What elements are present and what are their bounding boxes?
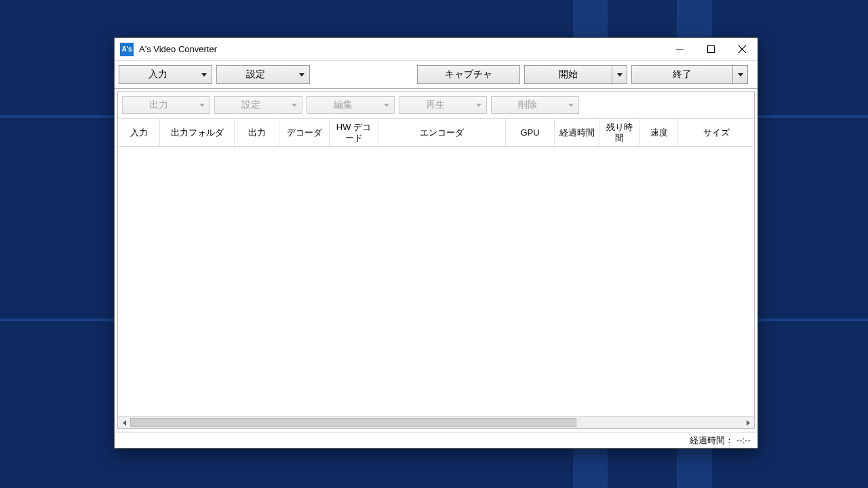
titlebar: A's A's Video Converter	[115, 38, 757, 61]
sub-output-button: 出力	[122, 96, 210, 114]
sub-play-button: 再生	[399, 96, 487, 114]
status-elapsed-label: 経過時間：	[690, 434, 734, 447]
start-button[interactable]: 開始	[524, 65, 627, 84]
col-output-folder[interactable]: 出力フォルダ	[160, 119, 235, 146]
chevron-down-icon[interactable]	[612, 66, 627, 83]
scroll-left-button[interactable]	[118, 417, 130, 428]
maximize-button[interactable]	[695, 38, 726, 60]
col-decoder[interactable]: デコーダ	[279, 119, 330, 146]
col-gpu[interactable]: GPU	[506, 119, 555, 146]
input-button-label: 入力	[119, 68, 197, 81]
sub-edit-label: 編集	[307, 99, 379, 111]
window-controls	[664, 38, 757, 60]
chevron-down-icon[interactable]	[294, 66, 309, 83]
col-output[interactable]: 出力	[235, 119, 279, 146]
sub-output-label: 出力	[123, 99, 195, 111]
col-hw-decode[interactable]: HW デコード	[330, 119, 378, 146]
app-window: A's A's Video Converter 入力 設定 キャプチャ	[114, 37, 758, 449]
chevron-down-icon	[379, 97, 394, 113]
close-icon	[738, 45, 746, 53]
sub-play-label: 再生	[399, 99, 471, 111]
chevron-down-icon	[195, 97, 210, 113]
scroll-right-button[interactable]	[742, 417, 754, 428]
exit-button-label: 終了	[632, 68, 732, 81]
capture-button[interactable]: キャプチャ	[417, 65, 520, 84]
window-title: A's Video Converter	[139, 44, 664, 54]
minimize-icon	[676, 45, 684, 53]
capture-button-label: キャプチャ	[420, 68, 517, 81]
sub-delete-button: 削除	[491, 96, 579, 114]
triangle-right-icon	[747, 420, 750, 426]
input-button[interactable]: 入力	[119, 65, 212, 84]
sub-delete-label: 削除	[492, 99, 564, 111]
chevron-down-icon[interactable]	[197, 66, 212, 83]
chevron-down-icon	[471, 97, 486, 113]
svg-rect-1	[707, 46, 714, 53]
chevron-down-icon[interactable]	[732, 66, 747, 83]
horizontal-scrollbar[interactable]	[118, 416, 754, 428]
start-button-label: 開始	[525, 68, 612, 81]
close-button[interactable]	[726, 38, 757, 60]
scroll-track[interactable]	[130, 417, 742, 428]
main-toolbar: 入力 設定 キャプチャ 開始 終了	[115, 61, 757, 89]
table-header: 入力 出力フォルダ 出力 デコーダ HW デコード エンコーダ GPU 経過時間…	[118, 119, 754, 147]
exit-button[interactable]: 終了	[631, 65, 748, 84]
settings-button[interactable]: 設定	[216, 65, 310, 84]
sub-settings-button: 設定	[214, 96, 302, 114]
col-remaining[interactable]: 残り時間	[599, 119, 640, 146]
settings-button-label: 設定	[217, 68, 294, 81]
col-speed[interactable]: 速度	[640, 119, 678, 146]
toolbar-spacer	[314, 65, 413, 84]
minimize-button[interactable]	[664, 38, 695, 60]
sub-settings-label: 設定	[215, 99, 287, 111]
status-elapsed-value: --:--	[736, 435, 751, 445]
scroll-thumb[interactable]	[130, 418, 576, 427]
sub-toolbar: 出力 設定 編集 再生 削除	[118, 92, 754, 119]
col-size[interactable]: サイズ	[678, 119, 754, 146]
app-icon: A's	[120, 43, 134, 56]
content-frame: 出力 設定 編集 再生 削除 入力 出力フォルダ 出	[117, 92, 755, 429]
triangle-left-icon	[123, 420, 126, 426]
col-encoder[interactable]: エンコーダ	[378, 119, 506, 146]
chevron-down-icon	[564, 97, 578, 113]
status-bar: 経過時間： --:--	[115, 432, 757, 448]
sub-edit-button: 編集	[307, 96, 395, 114]
table-body	[118, 147, 754, 416]
col-elapsed[interactable]: 経過時間	[555, 119, 599, 146]
maximize-icon	[707, 45, 715, 53]
col-input[interactable]: 入力	[118, 119, 160, 146]
chevron-down-icon	[287, 97, 302, 113]
